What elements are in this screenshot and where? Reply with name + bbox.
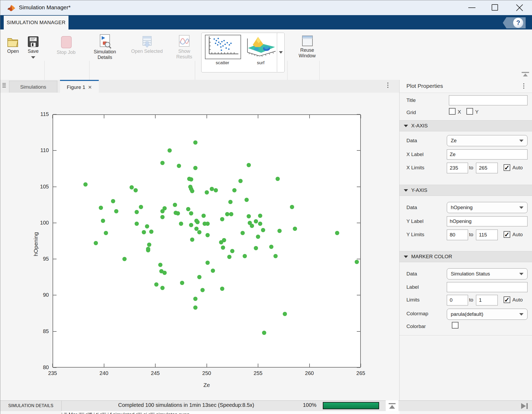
colorbar-label: Colorbar — [406, 324, 426, 329]
y-tick — [53, 367, 57, 368]
x-tick — [258, 364, 258, 367]
close-button[interactable] — [511, 0, 528, 15]
panel-section-divider — [400, 335, 532, 335]
x-limits-min-input[interactable] — [447, 163, 468, 173]
scatter-point — [149, 230, 153, 234]
figure-canvas[interactable]: 2352402452502552602658085909510010511011… — [0, 93, 399, 400]
marker-limits-to-label: to — [469, 297, 473, 303]
marker-label-label: Label — [406, 284, 419, 290]
open-selected-label: Open Selected — [125, 49, 169, 54]
open-button[interactable]: Open — [6, 35, 20, 54]
y-limits-auto-checkbox[interactable]: ✓ — [504, 231, 510, 238]
progress-percent: 100% — [303, 402, 316, 408]
x-limits-to-label: to — [469, 165, 473, 171]
figure-area-menu-icon[interactable] — [387, 83, 388, 88]
scatter-point — [254, 246, 258, 250]
scatter-point — [229, 212, 233, 216]
simulation-details-button[interactable]: Simulation Details — [88, 34, 122, 60]
marker-color-section-label: MARKER COLOR — [411, 254, 452, 260]
y-tick-right — [357, 223, 360, 223]
save-button[interactable]: Save — [26, 35, 41, 59]
minimize-button[interactable] — [463, 0, 480, 15]
scatter-point — [220, 287, 224, 291]
x-axis-section-label: X-AXIS — [411, 123, 428, 129]
y-tick-label: 110 — [32, 147, 49, 153]
scatter-point — [193, 305, 198, 310]
tabstrip-menu-icon[interactable] — [2, 83, 6, 88]
maximize-button[interactable] — [487, 0, 504, 15]
grid-y-label: Y — [475, 109, 479, 115]
x-data-label: Data — [406, 138, 417, 144]
tab-close-icon[interactable]: ✕ — [88, 84, 92, 90]
scatter-point — [135, 210, 139, 214]
gallery-surf-tile[interactable] — [243, 35, 278, 58]
tab-simulations[interactable]: Simulations — [9, 81, 57, 93]
chevron-down-icon — [519, 273, 524, 275]
marker-limits-min-input[interactable] — [447, 295, 468, 305]
scatter-point — [214, 188, 218, 192]
simulation-details-toggle[interactable]: SIMULATION DETAILS — [0, 400, 62, 411]
scatter-point — [238, 179, 243, 183]
scatter-point — [122, 257, 127, 261]
collapse-ribbon-button[interactable] — [521, 72, 530, 76]
plot-area: 2352402452502552602658085909510010511011… — [0, 93, 399, 400]
gallery-scatter-tile[interactable] — [205, 35, 241, 59]
panel-menu-icon[interactable] — [523, 83, 524, 89]
plot-properties-panel: Plot Properties Title Grid X Y X-AXIS Da… — [400, 80, 532, 400]
save-dropdown-arrow[interactable] — [31, 56, 35, 59]
y-data-dropdown[interactable]: hOpening — [447, 202, 527, 213]
y-tick-right — [357, 367, 360, 368]
marker-limits-auto-checkbox[interactable]: ✓ — [504, 296, 510, 303]
chevron-down-icon — [519, 206, 524, 209]
scatter-point — [258, 214, 262, 218]
x-label-input[interactable] — [447, 149, 527, 159]
grid-y-checkbox[interactable] — [466, 108, 473, 115]
y-tick-label: 105 — [32, 184, 49, 190]
section-y-axis[interactable]: Y-AXIS — [400, 185, 532, 196]
scatter-point — [293, 227, 297, 231]
plot-title-input[interactable] — [449, 95, 527, 105]
reuse-window-button[interactable]: Reuse Window — [295, 34, 319, 59]
scatter-point — [230, 249, 234, 253]
collapse-details-button[interactable] — [386, 400, 398, 411]
scatter-point — [247, 214, 251, 218]
scatter-point — [290, 205, 294, 209]
x-data-dropdown[interactable]: Ze — [447, 135, 527, 146]
colormap-label: Colormap — [406, 311, 428, 317]
section-marker-color[interactable]: MARKER COLOR — [400, 251, 532, 262]
y-tick-label: 100 — [32, 220, 49, 226]
y-limits-max-input[interactable] — [476, 230, 498, 240]
title-field-label: Title — [406, 97, 416, 103]
y-limits-min-input[interactable] — [447, 230, 468, 240]
scatter-point — [189, 211, 193, 215]
marker-label-input[interactable] — [447, 282, 527, 292]
x-limits-auto-checkbox[interactable]: ✓ — [504, 164, 510, 171]
scatter-point — [94, 241, 98, 245]
section-x-axis[interactable]: X-AXIS — [400, 120, 532, 131]
gallery-expand-button[interactable] — [277, 33, 284, 72]
scatter-point — [283, 312, 287, 316]
expand-panel-icon[interactable] — [520, 403, 529, 409]
x-tick-top — [52, 115, 53, 118]
scatter-point — [160, 161, 165, 165]
scatter-point — [225, 212, 229, 216]
marker-limits-max-input[interactable] — [476, 295, 498, 305]
colormap-dropdown[interactable]: parula(default) — [447, 309, 527, 320]
scatter-point — [197, 230, 201, 234]
y-label-input[interactable] — [447, 216, 527, 226]
x-tick-label: 235 — [42, 370, 63, 376]
tab-figure-1[interactable]: Figure 1 ✕ — [60, 80, 99, 94]
tab-simulation-manager[interactable]: SIMULATION MANAGER — [4, 16, 68, 29]
reuse-window-icon — [300, 34, 314, 48]
marker-data-dropdown[interactable]: Simulation Status — [447, 268, 527, 279]
help-button[interactable]: ? — [513, 18, 523, 28]
y-tick — [53, 114, 57, 115]
colormap-value: parula(default) — [451, 311, 483, 317]
y-tick — [53, 259, 57, 259]
colorbar-checkbox[interactable] — [452, 322, 458, 329]
x-limits-max-input[interactable] — [476, 163, 498, 173]
scatter-point — [277, 229, 282, 233]
reuse-window-label2: Window — [295, 53, 319, 59]
y-tick — [53, 187, 57, 187]
grid-x-checkbox[interactable] — [449, 108, 456, 115]
